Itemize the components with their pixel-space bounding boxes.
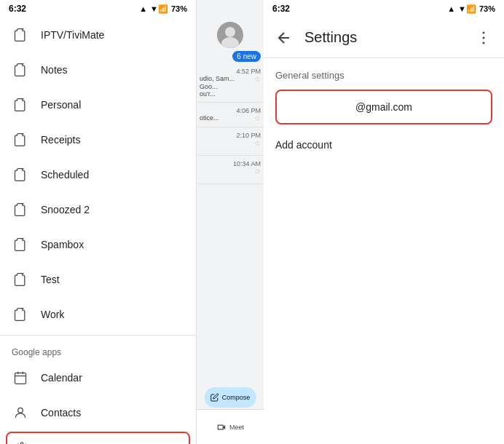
- battery-text: 73%: [171, 4, 187, 13]
- signal-icon: ▼📶: [150, 4, 168, 14]
- label-icon-notes: [12, 61, 29, 79]
- account-box[interactable]: @gmail.com: [275, 90, 492, 124]
- email-item-2[interactable]: 4:06 PM otice... ☆: [197, 103, 264, 127]
- new-badge: 6 new: [232, 51, 261, 62]
- nav-item-receipts[interactable]: Receipts: [0, 122, 196, 157]
- email-item-4[interactable]: 10:34 AM ☆: [197, 156, 264, 184]
- nav-item-settings[interactable]: Settings: [6, 432, 190, 444]
- email-time-2: 4:06 PM: [200, 107, 261, 114]
- general-settings-label: General settings: [275, 70, 492, 81]
- nav-item-calendar[interactable]: Calendar: [0, 360, 196, 395]
- label-icon-test: [12, 271, 29, 288]
- email-snippet-2: otice...: [200, 114, 219, 122]
- svg-point-13: [483, 41, 485, 44]
- email-snippet-1: udio, Sam...: [200, 75, 235, 83]
- nav-item-contacts[interactable]: Contacts: [0, 395, 196, 430]
- nav-label-test: Test: [41, 274, 60, 285]
- settings-icon: [13, 440, 31, 444]
- battery-text-right: 73%: [479, 4, 495, 13]
- status-icons-left: ▲ ▼📶 73%: [139, 4, 187, 14]
- nav-label-work: Work: [41, 309, 64, 320]
- email-item-3[interactable]: 2:10 PM ☆: [197, 127, 264, 156]
- meet-label: Meet: [229, 424, 244, 431]
- status-bar-left: 6:32 ▲ ▼📶 73%: [0, 0, 196, 17]
- label-icon-spambox: [12, 236, 29, 253]
- svg-point-4: [18, 408, 23, 413]
- label-icon-snoozed2: [12, 201, 29, 218]
- nav-item-scheduled[interactable]: Scheduled: [0, 157, 196, 192]
- star-icon-2[interactable]: ☆: [254, 114, 261, 122]
- nav-label-iptv: IPTV/TiviMate: [41, 29, 104, 41]
- calendar-icon: [12, 369, 29, 386]
- star-icon-3[interactable]: ☆: [254, 139, 261, 151]
- back-button[interactable]: [275, 29, 293, 47]
- nav-label-snoozed2: Snoozed 2: [41, 204, 90, 215]
- nav-item-work[interactable]: Work: [0, 297, 196, 332]
- nav-item-snoozed2[interactable]: Snoozed 2: [0, 192, 196, 227]
- nav-list: IPTV/TiviMate Notes Personal: [0, 17, 196, 444]
- nav-item-test[interactable]: Test: [0, 262, 196, 297]
- more-button[interactable]: [475, 29, 492, 47]
- middle-panel: 6 new 4:52 PM udio, Sam... ☆ Goo... ou'r…: [197, 0, 264, 444]
- status-bar-right: 6:32 ▲ ▼📶 73%: [264, 0, 504, 17]
- nav-label-receipts: Receipts: [41, 134, 80, 146]
- star-icon-4[interactable]: ☆: [254, 167, 261, 179]
- meet-bar[interactable]: Meet: [197, 409, 264, 444]
- nav-label-personal: Personal: [41, 99, 81, 111]
- settings-title: Settings: [304, 29, 475, 46]
- email-time-1: 4:52 PM: [200, 68, 261, 75]
- nav-item-spambox[interactable]: Spambox: [0, 227, 196, 262]
- email-time-3: 2:10 PM: [200, 132, 261, 139]
- nav-label-notes: Notes: [41, 64, 68, 76]
- label-icon-work: [12, 306, 29, 323]
- divider: [0, 335, 196, 336]
- email-preview-1b: ou'r...: [200, 90, 261, 98]
- google-apps-header: Google apps: [0, 338, 196, 360]
- label-icon-iptv: [12, 26, 29, 44]
- status-bar-mid: [197, 0, 264, 17]
- nav-label-contacts: Contacts: [41, 407, 81, 419]
- status-icons-right: ▲ ▼📶 73%: [447, 4, 495, 14]
- compose-button[interactable]: Compose: [205, 387, 256, 408]
- right-panel: 6:32 ▲ ▼📶 73% Settings General settings …: [264, 0, 504, 444]
- email-time-4: 10:34 AM: [200, 160, 261, 167]
- svg-rect-0: [15, 373, 26, 384]
- contacts-icon: [12, 404, 29, 421]
- label-icon-scheduled: [12, 166, 29, 183]
- nav-arrow-right: ▲: [447, 4, 455, 13]
- settings-content: General settings @gmail.com Add account: [264, 58, 504, 165]
- email-item-1[interactable]: 4:52 PM udio, Sam... ☆ Goo... ou'r...: [197, 63, 264, 103]
- signal-icon-right: ▼📶: [458, 4, 476, 14]
- settings-toolbar: Settings: [264, 17, 504, 58]
- nav-label-spambox: Spambox: [41, 239, 84, 250]
- time-left: 6:32: [9, 4, 26, 14]
- nav-label-scheduled: Scheduled: [41, 169, 89, 181]
- label-icon-personal: [12, 96, 29, 114]
- svg-point-12: [483, 36, 485, 39]
- account-email: @gmail.com: [288, 101, 479, 113]
- nav-item-iptv[interactable]: IPTV/TiviMate: [0, 17, 196, 52]
- nav-item-personal[interactable]: Personal: [0, 87, 196, 122]
- add-account-button[interactable]: Add account: [275, 136, 492, 154]
- label-icon-receipts: [12, 131, 29, 148]
- left-panel: 6:32 ▲ ▼📶 73% IPTV/TiviMate Notes: [0, 0, 197, 444]
- nav-icon-arrow: ▲: [139, 4, 147, 13]
- time-right: 6:32: [272, 4, 290, 14]
- star-icon-1[interactable]: ☆: [254, 75, 261, 83]
- email-preview-1: Goo...: [200, 83, 261, 90]
- svg-point-9: [225, 27, 235, 37]
- compose-label: Compose: [222, 394, 251, 401]
- nav-label-calendar: Calendar: [41, 372, 82, 384]
- nav-item-notes[interactable]: Notes: [0, 52, 196, 87]
- svg-point-11: [483, 31, 485, 33]
